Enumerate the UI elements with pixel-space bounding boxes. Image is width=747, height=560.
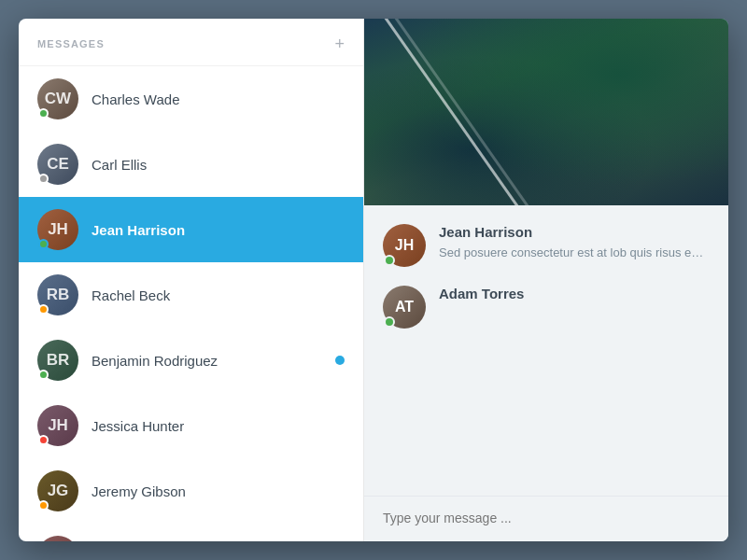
input-area bbox=[364, 496, 728, 541]
message-item-msg-adam: AT Adam Torres bbox=[383, 286, 710, 329]
msg-content: Jean Harrison Sed posuere consectetur es… bbox=[439, 224, 710, 262]
avatar-wrap: JG bbox=[37, 470, 78, 511]
contact-item-benjamin-rodriguez[interactable]: BR Benjamin Rodriguez bbox=[19, 328, 363, 393]
avatar-initials: NN bbox=[37, 536, 78, 541]
main-panel: JH Jean Harrison Sed posuere consectetur… bbox=[364, 19, 728, 541]
photo-header bbox=[364, 19, 728, 205]
contact-name: Jessica Hunter bbox=[92, 418, 184, 434]
avatar-wrap: NN bbox=[37, 536, 78, 541]
contact-name: Jeremy Gibson bbox=[92, 483, 186, 499]
avatar-wrap: CW bbox=[37, 78, 78, 119]
contact-item-nicole-nelson[interactable]: NN Nicole Nelson bbox=[19, 524, 363, 541]
sidebar-header: MESSAGES + bbox=[19, 19, 363, 66]
msg-content: Adam Torres bbox=[439, 286, 710, 305]
chat-area: JH Jean Harrison Sed posuere consectetur… bbox=[364, 205, 728, 496]
avatar: NN bbox=[37, 536, 78, 541]
msg-sender: Adam Torres bbox=[439, 286, 710, 301]
msg-sender: Jean Harrison bbox=[439, 224, 710, 240]
contact-name: Carl Ellis bbox=[92, 157, 147, 173]
app-container: MESSAGES + CW Charles Wade CE Carl Ellis bbox=[19, 19, 728, 541]
status-dot bbox=[38, 435, 49, 445]
msg-avatar-wrap: AT bbox=[383, 286, 426, 329]
status-dot bbox=[38, 370, 49, 380]
contact-name: Benjamin Rodriguez bbox=[92, 353, 218, 369]
road-line-2 bbox=[389, 19, 542, 205]
contacts-list: CW Charles Wade CE Carl Ellis JH bbox=[19, 66, 363, 541]
avatar-wrap: RB bbox=[37, 274, 78, 315]
photo-road bbox=[364, 19, 728, 205]
avatar-wrap: JH bbox=[37, 209, 78, 250]
message-item-msg-jean: JH Jean Harrison Sed posuere consectetur… bbox=[383, 224, 710, 267]
sidebar: MESSAGES + CW Charles Wade CE Carl Ellis bbox=[19, 19, 364, 541]
status-dot bbox=[38, 174, 49, 184]
msg-status-dot bbox=[384, 255, 395, 266]
sidebar-title: MESSAGES bbox=[37, 38, 105, 49]
status-dot bbox=[38, 500, 49, 511]
contact-item-jeremy-gibson[interactable]: JG Jeremy Gibson bbox=[19, 458, 363, 524]
msg-avatar-wrap: JH bbox=[383, 224, 426, 267]
unread-dot bbox=[335, 356, 345, 365]
contact-item-jessica-hunter[interactable]: JH Jessica Hunter bbox=[19, 393, 363, 458]
contact-item-jean-harrison[interactable]: JH Jean Harrison bbox=[19, 197, 363, 262]
contact-item-charles-wade[interactable]: CW Charles Wade bbox=[19, 66, 363, 132]
contact-name: Charles Wade bbox=[92, 91, 179, 107]
avatar-wrap: CE bbox=[37, 144, 78, 185]
avatar-wrap: JH bbox=[37, 405, 78, 446]
avatar-wrap: BR bbox=[37, 340, 78, 381]
contact-name: Jean Harrison bbox=[92, 222, 185, 238]
status-dot bbox=[38, 239, 49, 249]
msg-text: Sed posuere consectetur est at lob quis … bbox=[439, 244, 710, 262]
add-conversation-icon[interactable]: + bbox=[334, 35, 345, 52]
message-input[interactable] bbox=[383, 511, 710, 525]
contact-item-rachel-beck[interactable]: RB Rachel Beck bbox=[19, 262, 363, 328]
status-dot bbox=[38, 304, 49, 315]
contact-item-carl-ellis[interactable]: CE Carl Ellis bbox=[19, 132, 363, 197]
status-dot bbox=[38, 108, 49, 119]
contact-name: Rachel Beck bbox=[92, 287, 170, 303]
msg-status-dot bbox=[384, 316, 395, 328]
